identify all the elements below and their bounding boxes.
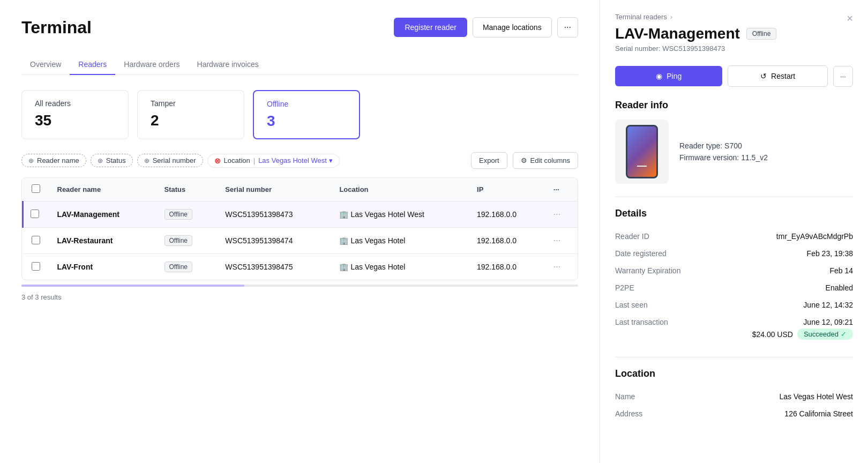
device-visual <box>626 125 658 178</box>
p2pe-value: Enabled <box>826 283 853 292</box>
col-ip: IP <box>468 178 545 201</box>
date-registered-value: Feb 23, 19:38 <box>807 249 853 258</box>
filter-location-active[interactable]: ⊗ Location | Las Vegas Hotel West ▾ <box>207 154 340 168</box>
status-cell: Offline <box>156 228 217 254</box>
last-transaction-label: Last transaction <box>615 318 668 326</box>
reader-name-cell: LAV-Restaurant <box>49 228 156 254</box>
restart-icon: ↺ <box>760 72 767 80</box>
row-checkbox-1[interactable] <box>31 210 39 218</box>
serial-value: WSC513951398473 <box>662 44 725 53</box>
reader-id-label: Reader ID <box>615 232 649 241</box>
gear-icon: ⚙ <box>521 156 527 165</box>
filter-reader-name-label: Reader name <box>37 156 79 165</box>
col-status: Status <box>156 178 217 201</box>
detail-p2pe: P2PE Enabled <box>615 279 853 296</box>
table-row[interactable]: LAV-Restaurant Offline WSC513951398474 🏢… <box>23 228 578 254</box>
row-actions-cell[interactable]: ··· <box>545 228 578 254</box>
filter-serial-number[interactable]: ⊕ Serial number <box>137 154 203 167</box>
location-icon: 🏢 <box>339 236 348 245</box>
location-cell: 🏢Las Vegas Hotel <box>331 254 468 280</box>
panel-close-button[interactable]: × <box>847 13 853 24</box>
location-name-row: Name Las Vegas Hotel West <box>615 388 853 405</box>
row-actions-cell[interactable]: ··· <box>545 254 578 280</box>
location-address-row: Address 126 California Street <box>615 405 853 422</box>
register-reader-button[interactable]: Register reader <box>394 18 467 37</box>
chevron-down-icon: ▾ <box>329 156 333 165</box>
details-section: Details Reader ID tmr_EyA9vABcMdgrPb Dat… <box>615 208 853 344</box>
stat-tamper[interactable]: Tamper 2 <box>137 90 244 139</box>
panel-actions: ◉ Ping ↺ Restart ··· <box>615 65 853 87</box>
p2pe-label: P2PE <box>615 283 634 292</box>
filter-status[interactable]: ⊕ Status <box>91 154 133 167</box>
transaction-amount: $24.00 USD <box>752 330 793 339</box>
location-name-label: Name <box>615 392 635 401</box>
filter-actions: Export ⚙ Edit columns <box>471 152 578 169</box>
location-cell: 🏢Las Vegas Hotel West <box>331 201 468 228</box>
readers-table: Reader name Status Serial number Locatio… <box>21 177 578 280</box>
tab-hardware-invoices[interactable]: Hardware invoices <box>189 55 267 75</box>
filter-location-label: Location <box>224 156 250 165</box>
select-all-checkbox[interactable] <box>32 184 40 193</box>
row-actions-cell[interactable]: ··· <box>545 201 578 228</box>
manage-locations-button[interactable]: Manage locations <box>473 17 552 38</box>
row-checkbox-3[interactable] <box>32 262 40 271</box>
stat-offline[interactable]: Offline 3 <box>253 90 360 139</box>
check-icon: ✓ <box>841 330 847 338</box>
detail-date-registered: Date registered Feb 23, 19:38 <box>615 245 853 262</box>
device-image <box>615 120 669 184</box>
firmware-label: Firmware version: <box>679 153 739 162</box>
restart-label: Restart <box>771 72 795 80</box>
details-header: Details <box>615 208 853 219</box>
reader-name-cell: LAV-Front <box>49 254 156 280</box>
col-actions: ··· <box>545 178 578 201</box>
status-badge: Offline <box>164 209 192 220</box>
reader-name-cell: LAV-Management <box>49 201 156 228</box>
row-more-icon[interactable]: ··· <box>553 210 560 219</box>
ping-label: Ping <box>667 72 682 80</box>
restart-button[interactable]: ↺ Restart <box>728 65 827 87</box>
stats-row: All readers 35 Tamper 2 Offline 3 <box>21 90 578 139</box>
stat-tamper-label: Tamper <box>151 99 231 108</box>
ping-button[interactable]: ◉ Ping <box>615 66 722 86</box>
tab-readers[interactable]: Readers <box>70 55 115 75</box>
date-registered-label: Date registered <box>615 249 667 258</box>
row-checkbox-2[interactable] <box>32 236 40 244</box>
reader-specs: Reader type: S700 Firmware version: 11.5… <box>679 120 768 184</box>
status-cell: Offline <box>156 254 217 280</box>
tab-overview[interactable]: Overview <box>21 55 70 75</box>
row-more-icon[interactable]: ··· <box>553 236 560 245</box>
ping-icon: ◉ <box>656 72 662 80</box>
location-name-value: Las Vegas Hotel West <box>780 392 853 401</box>
tabs-nav: Overview Readers Hardware orders Hardwar… <box>21 55 578 75</box>
stat-all-value: 35 <box>35 112 115 129</box>
tab-hardware-orders[interactable]: Hardware orders <box>115 55 188 75</box>
filter-reader-name[interactable]: ⊕ Reader name <box>21 154 86 167</box>
location-cell: 🏢Las Vegas Hotel <box>331 228 468 254</box>
plus-icon-serial: ⊕ <box>144 157 149 165</box>
filter-serial-label: Serial number <box>153 156 196 165</box>
detail-last-transaction: Last transaction June 12, 09:21 $24.00 U… <box>615 313 853 344</box>
remove-location-icon: ⊗ <box>214 156 221 165</box>
plus-icon-status: ⊕ <box>98 157 103 165</box>
warranty-value: Feb 14 <box>829 266 853 275</box>
filter-location-value[interactable]: Las Vegas Hotel West ▾ <box>258 156 333 165</box>
filter-status-label: Status <box>106 156 126 165</box>
more-actions-button[interactable]: ··· <box>557 17 578 38</box>
table-row[interactable]: LAV-Front Offline WSC513951398475 🏢Las V… <box>23 254 578 280</box>
plus-icon: ⊕ <box>28 157 34 165</box>
export-button[interactable]: Export <box>471 152 507 169</box>
detail-warranty: Warranty Expiration Feb 14 <box>615 262 853 279</box>
firmware-spec: Firmware version: 11.5_v2 <box>679 153 768 162</box>
location-icon: 🏢 <box>339 263 348 271</box>
col-location: Location <box>331 178 468 201</box>
panel-more-button[interactable]: ··· <box>833 66 853 87</box>
ip-cell: 192.168.0.0 <box>468 228 545 254</box>
edit-columns-button[interactable]: ⚙ Edit columns <box>513 152 578 169</box>
location-divider <box>615 357 853 357</box>
row-more-icon[interactable]: ··· <box>553 262 560 271</box>
stat-all-readers[interactable]: All readers 35 <box>21 90 129 139</box>
breadcrumb[interactable]: Terminal readers › <box>615 13 776 21</box>
table-row[interactable]: LAV-Management Offline WSC513951398473 🏢… <box>23 201 578 228</box>
transaction-status-text: Succeeded <box>804 330 839 338</box>
page-title: Terminal <box>21 18 92 38</box>
